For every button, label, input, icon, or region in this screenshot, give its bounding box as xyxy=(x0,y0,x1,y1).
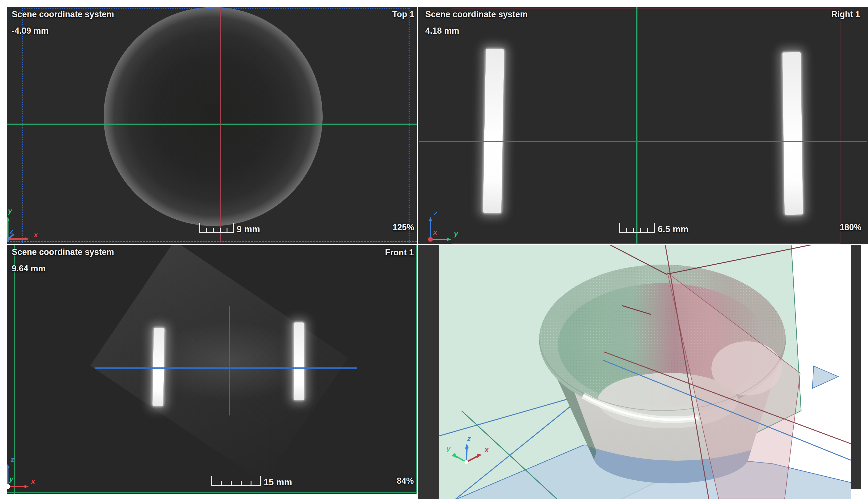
right-plane-line[interactable] xyxy=(229,306,230,415)
volume-bounds-right-edge xyxy=(416,245,417,494)
panel-strip-right xyxy=(851,245,861,489)
viewport-right-slice[interactable]: Scene coordinate system 4.18 mm Right 1 … xyxy=(418,7,868,244)
scale-bar: 6.5 mm xyxy=(619,222,689,233)
view-name-label: Right 1 xyxy=(831,9,860,19)
volume-bounds-right-edge xyxy=(409,8,410,244)
scale-ruler-icon xyxy=(619,222,655,233)
y-axis-label: y xyxy=(9,475,14,483)
top-plane-line[interactable] xyxy=(419,141,867,142)
viewport-front-slice[interactable]: Scene coordinate system 9.64 mm Front 1 … xyxy=(7,245,417,494)
scale-ruler-icon xyxy=(199,222,234,233)
viewport-3d-scene[interactable]: y z x xyxy=(418,245,868,499)
zoom-level-label: 125% xyxy=(393,222,414,232)
axis-gizmo: z y x xyxy=(423,206,468,244)
density-bar-left xyxy=(483,49,504,213)
coordinate-system-label: Scene coordinate system xyxy=(425,9,528,19)
zoom-level-label: 84% xyxy=(397,476,414,486)
front-plane-line[interactable] xyxy=(636,7,638,244)
ct-slice-annulus xyxy=(104,7,323,226)
scale-bar: 15 mm xyxy=(211,474,292,486)
ct-slab-glow xyxy=(148,322,309,400)
volume-bounds-top-edge xyxy=(22,8,409,9)
y-axis-label: y xyxy=(8,207,12,215)
volume-bounds-bottom-edge xyxy=(7,492,417,494)
ct-inspection-window: Scene coordinate system -4.09 mm Top 1 1… xyxy=(0,0,868,499)
slice-position-label: 9.64 mm xyxy=(12,264,46,273)
front-view-frame-line xyxy=(7,241,417,242)
3d-scene: y z x xyxy=(418,245,868,499)
scale-label: 9 mm xyxy=(237,224,260,234)
y-axis-label: y xyxy=(454,230,458,238)
density-bar-right xyxy=(782,52,803,215)
coordinate-system-label: Scene coordinate system xyxy=(12,9,114,19)
zoom-level-label: 180% xyxy=(840,222,861,232)
density-bar-right xyxy=(294,322,304,400)
x-axis-label: x xyxy=(31,477,35,485)
slice-position-label: -4.09 mm xyxy=(12,26,49,36)
x-axis-label: x xyxy=(484,446,489,453)
scale-bar: 9 mm xyxy=(199,222,260,233)
top-plane-line[interactable] xyxy=(95,367,357,369)
y-axis-label: y xyxy=(446,445,451,452)
view-name-label: Top 1 xyxy=(392,9,414,19)
panel-strip-left xyxy=(418,245,439,499)
density-bar-left xyxy=(152,328,165,406)
axis-gizmo: y z x xyxy=(7,451,47,493)
volume-bounds-box xyxy=(452,8,841,244)
z-axis-label: z xyxy=(467,435,471,442)
viewport-top-slice[interactable]: Scene coordinate system -4.09 mm Top 1 1… xyxy=(7,7,417,244)
z-axis-label: z xyxy=(10,456,14,463)
right-plane-line[interactable] xyxy=(220,7,221,242)
origin-dot xyxy=(7,484,10,489)
slice-position-label: 4.18 mm xyxy=(425,26,459,36)
x-axis-arrow xyxy=(428,237,433,242)
axis-gizmo: y x z xyxy=(7,203,47,242)
coordinate-system-label: Scene coordinate system xyxy=(12,247,114,257)
scale-label: 15 mm xyxy=(264,477,292,487)
x-axis-label: x xyxy=(433,228,437,236)
x-axis-label: x xyxy=(34,231,38,239)
scale-label: 6.5 mm xyxy=(658,224,689,234)
scale-ruler-icon xyxy=(211,474,261,486)
view-name-label: Front 1 xyxy=(385,248,414,257)
front-plane-line[interactable] xyxy=(7,124,417,125)
z-axis-label: z xyxy=(10,227,13,235)
z-axis-label: z xyxy=(434,209,437,217)
